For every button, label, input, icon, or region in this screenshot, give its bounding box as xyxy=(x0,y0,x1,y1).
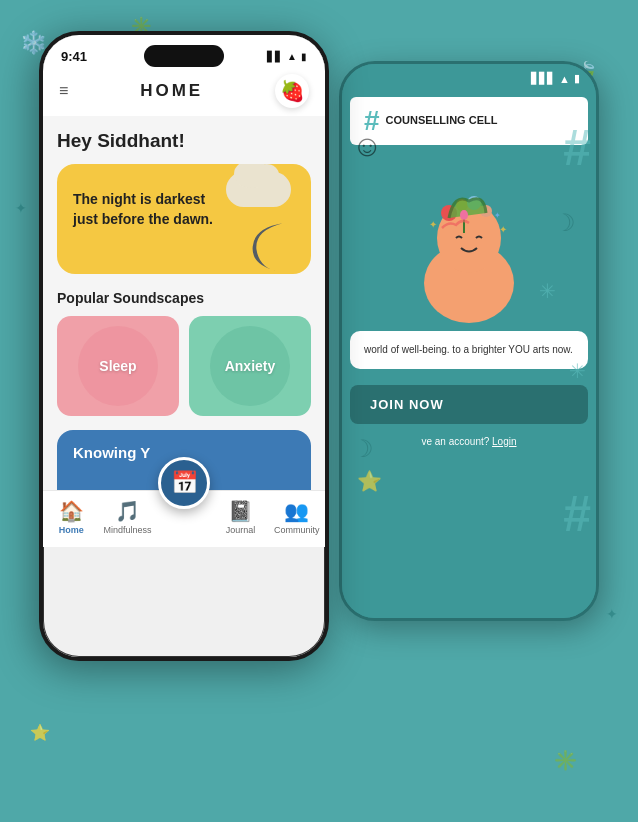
svg-text:✦: ✦ xyxy=(429,219,437,230)
fab-button[interactable]: 📅 xyxy=(158,457,210,509)
mindfulness-nav-label: Mindfulness xyxy=(104,525,152,535)
moon-decor-1: ☽ xyxy=(554,209,576,237)
moon-svg xyxy=(236,214,301,274)
knowing-title: Knowing Y xyxy=(73,444,150,461)
sleep-label: Sleep xyxy=(99,358,136,374)
well-being-card: world of well-being. to a brighter YOU a… xyxy=(350,331,588,369)
svg-point-7 xyxy=(460,210,468,220)
star-decor-1: ✳ xyxy=(539,279,556,303)
person-illustration: ✦ ✦ ✦ xyxy=(394,153,544,323)
star-decor-2: ✳ xyxy=(569,359,586,383)
smiley-decor: ☺ xyxy=(352,129,383,163)
anxiety-label: Anxiety xyxy=(225,358,276,374)
wifi-icon: ▲ xyxy=(287,51,297,62)
phone-front: 9:41 ▋▋ ▲ ▮ ≡ HOME 🍓 Hey Siddhant! xyxy=(39,31,329,661)
community-icon: 👥 xyxy=(284,499,309,523)
journal-icon: 📓 xyxy=(228,499,253,523)
svg-text:✦: ✦ xyxy=(494,211,501,220)
status-icons: ▋▋ ▲ ▮ xyxy=(267,51,307,62)
login-link[interactable]: Login xyxy=(492,436,516,447)
person-illustration-wrapper: ✦ ✦ ✦ xyxy=(342,153,596,323)
signal-icon: ▋▋ xyxy=(267,51,283,62)
app-title: HOME xyxy=(140,81,203,101)
well-being-text: world of well-being. to a brighter YOU a… xyxy=(364,343,574,357)
moon-decor-2: ☽ xyxy=(352,435,374,463)
mindfulness-icon: 🎵 xyxy=(115,499,140,523)
cloud-shape xyxy=(226,172,291,207)
svg-text:✦: ✦ xyxy=(499,224,507,235)
nav-mindfulness[interactable]: 🎵 Mindfulness xyxy=(99,499,155,535)
greeting-text: Hey Siddhant! xyxy=(57,130,311,152)
cloud-decoration xyxy=(226,172,291,207)
battery-icon: ▮ xyxy=(301,51,307,62)
nav-community[interactable]: 👥 Community xyxy=(269,499,325,535)
back-wifi-icon: ▲ xyxy=(559,73,570,85)
back-status-bar: ▋▋▋ ▲ ▮ xyxy=(342,64,596,89)
phones-wrapper: ▋▋▋ ▲ ▮ # # ☺ ☽ ☽ ✳ ✳ ⭐ # COUNSELLING CE… xyxy=(39,31,599,791)
nav-home[interactable]: 🏠 Home xyxy=(43,499,99,535)
status-time: 9:41 xyxy=(61,49,87,64)
hash-decor-1: # xyxy=(563,119,591,177)
join-now-button[interactable]: JOIN NOW xyxy=(350,385,588,424)
profile-strawberry-button[interactable]: 🍓 xyxy=(275,74,309,108)
back-signal-icon: ▋▋▋ xyxy=(531,72,555,85)
counselling-title: COUNSELLING CELL xyxy=(386,114,498,127)
bottom-nav: 🏠 Home 🎵 Mindfulness 📓 Journal 👥 Communi… xyxy=(43,490,325,547)
home-icon: 🏠 xyxy=(59,499,84,523)
star-decor-3: ⭐ xyxy=(357,469,382,493)
phone-back: ▋▋▋ ▲ ▮ # # ☺ ☽ ☽ ✳ ✳ ⭐ # COUNSELLING CE… xyxy=(339,61,599,621)
dynamic-island xyxy=(144,45,224,67)
journal-nav-label: Journal xyxy=(226,525,256,535)
home-nav-label: Home xyxy=(59,525,84,535)
quote-card: The night is darkest just before the daw… xyxy=(57,164,311,274)
soundscape-anxiety-card[interactable]: Anxiety xyxy=(189,316,311,416)
back-battery-icon: ▮ xyxy=(574,72,580,85)
app-content: Hey Siddhant! The night is darkest just … xyxy=(43,116,325,490)
login-text: ve an account? Login xyxy=(342,432,596,451)
community-nav-label: Community xyxy=(274,525,320,535)
quote-text: The night is darkest just before the daw… xyxy=(73,190,223,229)
content-scroll: Hey Siddhant! The night is darkest just … xyxy=(43,116,325,490)
back-phone-content: # # ☺ ☽ ☽ ✳ ✳ ⭐ # COUNSELLING CELL xyxy=(342,89,596,621)
soundscape-sleep-card[interactable]: Sleep xyxy=(57,316,179,416)
hamburger-menu-icon[interactable]: ≡ xyxy=(59,82,68,100)
counselling-header: # COUNSELLING CELL xyxy=(350,97,588,145)
hash-decor-2: # xyxy=(563,485,591,543)
soundscapes-title: Popular Soundscapes xyxy=(57,290,311,306)
app-header: ≡ HOME 🍓 xyxy=(43,68,325,116)
nav-journal[interactable]: 📓 Journal xyxy=(212,499,268,535)
soundscapes-grid: Sleep Anxiety xyxy=(57,316,311,416)
